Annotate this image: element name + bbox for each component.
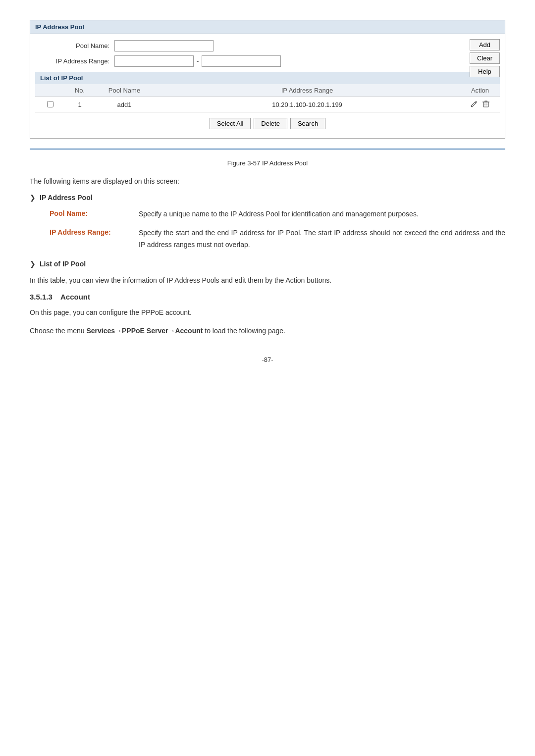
pool-name-row: Pool Name:	[35, 40, 500, 51]
ip-address-pool-panel: IP Address Pool Pool Name: IP Address Ra…	[30, 20, 505, 139]
delete-icon[interactable]	[482, 102, 490, 109]
ip-pool-table: No. Pool Name IP Address Range Action 1 …	[35, 84, 500, 113]
chapter-heading: 3.5.1.3 Account	[30, 293, 505, 301]
chapter-intro: On this page, you can configure the PPPo…	[30, 307, 505, 318]
ip-range-desc-row: IP Address Range: Specify the start and …	[50, 227, 505, 251]
menu-path: Services→PPPoE Server→Account	[86, 327, 203, 335]
clear-button[interactable]: Clear	[470, 52, 500, 64]
ip-pool-descriptions: Pool Name: Specify a unique name to the …	[50, 208, 505, 251]
ip-range-definition: Specify the start and the end IP address…	[139, 227, 505, 251]
col-header-ip-range: IP Address Range	[154, 84, 460, 97]
ip-start-input[interactable]	[114, 55, 194, 67]
pencil-svg	[470, 100, 478, 108]
col-header-no	[35, 84, 65, 97]
figure-caption: Figure 3-57 IP Address Pool	[30, 159, 505, 167]
trash-svg	[482, 100, 490, 108]
row-no: 1	[65, 97, 95, 113]
panel-body: Pool Name: IP Address Range: - Add Clear…	[30, 34, 505, 138]
row-checkbox-cell[interactable]	[35, 97, 65, 113]
ip-range-term: IP Address Range:	[50, 227, 139, 236]
pool-name-definition: Specify a unique name to the IP Address …	[139, 208, 505, 220]
add-button[interactable]: Add	[470, 39, 500, 50]
pool-name-label: Pool Name:	[35, 42, 114, 50]
ip-range-label: IP Address Range:	[35, 57, 114, 65]
ip-pool-section-heading: ❯ IP Address Pool	[30, 194, 505, 202]
chapter-title: Account	[60, 293, 90, 301]
edit-icon[interactable]	[470, 102, 480, 109]
help-button[interactable]: Help	[470, 66, 500, 77]
ip-range-row: IP Address Range: -	[35, 55, 500, 67]
col-header-pool-name: Pool Name	[95, 84, 154, 97]
list-panel-title: List of IP Pool	[35, 72, 500, 84]
ip-pool-heading-text: IP Address Pool	[40, 194, 93, 202]
list-heading-text: List of IP Pool	[40, 260, 86, 268]
ip-end-input[interactable]	[202, 55, 281, 67]
section-divider	[30, 149, 505, 150]
pool-name-desc-row: Pool Name: Specify a unique name to the …	[50, 208, 505, 220]
dash-separator: -	[197, 57, 199, 65]
list-description: In this table, you can view the informat…	[30, 275, 505, 286]
pool-name-input[interactable]	[114, 40, 214, 51]
delete-button[interactable]: Delete	[254, 118, 287, 129]
row-ip-range: 10.20.1.100-10.20.1.199	[154, 97, 460, 113]
list-section-heading: ❯ List of IP Pool	[30, 260, 505, 268]
bottom-buttons: Select All Delete Search	[35, 113, 500, 132]
row-action	[460, 97, 500, 113]
menu-prefix: Choose the menu	[30, 327, 86, 335]
search-button[interactable]: Search	[290, 118, 325, 129]
table-row: 1 add1 10.20.1.100-10.20.1.199	[35, 97, 500, 113]
col-header-action: Action	[460, 84, 500, 97]
chapter-number: 3.5.1.3	[30, 293, 53, 301]
arrow-icon-2: ❯	[30, 260, 36, 268]
select-all-button[interactable]: Select All	[210, 118, 251, 129]
arrow-icon: ❯	[30, 194, 36, 202]
svg-rect-0	[483, 102, 488, 107]
menu-suffix: to load the following page.	[203, 327, 285, 335]
panel-title: IP Address Pool	[30, 20, 505, 34]
table-header-row: No. Pool Name IP Address Range Action	[35, 84, 500, 97]
col-header-number: No.	[65, 84, 95, 97]
page-number: -87-	[30, 356, 505, 363]
action-buttons: Add Clear Help	[470, 39, 500, 77]
list-section: List of IP Pool No. Pool Name IP Address…	[35, 72, 500, 132]
row-checkbox[interactable]	[47, 101, 54, 107]
pool-name-term: Pool Name:	[50, 208, 139, 217]
intro-text: The following items are displayed on thi…	[30, 176, 505, 187]
row-pool-name: add1	[95, 97, 154, 113]
chapter-menu-instruction: Choose the menu Services→PPPoE Server→Ac…	[30, 325, 505, 336]
